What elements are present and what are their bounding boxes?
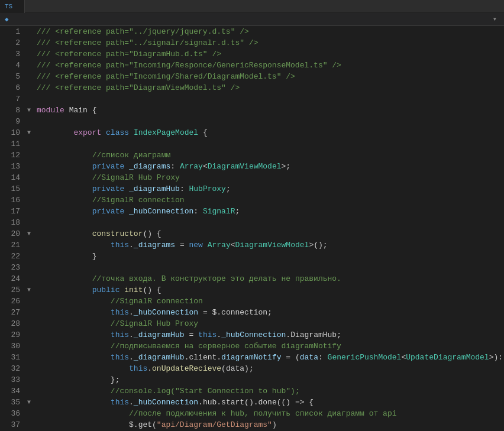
code-text: //SignalR Hub Proxy — [37, 172, 504, 183]
line-number: 4 — [0, 60, 20, 71]
fold-gutter — [25, 296, 33, 307]
code-line: //console.log("Start Connection to hub")… — [37, 385, 504, 397]
code-text: export class IndexPageModel { — [37, 127, 504, 138]
fold-gutter — [25, 93, 33, 105]
code-line: }; — [37, 374, 504, 385]
fold-gutter[interactable]: ▼ — [25, 127, 33, 138]
fold-gutter[interactable]: ▼ — [25, 105, 33, 116]
code-text: }; — [37, 374, 504, 385]
code-text: /// <reference path="Incoming/Responce/G… — [37, 60, 504, 71]
line-number: 25 — [0, 284, 20, 296]
fold-gutter — [25, 329, 33, 341]
fold-gutter[interactable]: ▼ — [25, 284, 33, 296]
fold-gutter — [25, 161, 33, 172]
line-number: 14 — [0, 172, 20, 183]
code-line: this._hubConnection = $.connection; — [37, 307, 504, 318]
line-number: 3 — [0, 48, 20, 60]
code-text: module Main { — [37, 105, 504, 116]
code-text: private _hubConnection: SignalR; — [37, 206, 504, 217]
fold-gutters: ▼▼▼▼▼▼ — [25, 26, 33, 431]
fold-gutter — [25, 150, 33, 161]
fold-gutter[interactable]: ▼ — [25, 228, 33, 239]
code-text: //SignalR connection — [37, 296, 504, 307]
code-text: private _diagrams: Array<DiagramViewMode… — [37, 161, 504, 172]
dropdown-arrow-icon[interactable]: ▾ — [493, 15, 497, 24]
code-line: this.onUpdateRecieve(data); — [37, 363, 504, 374]
line-number: 29 — [0, 329, 20, 341]
code-line: this._diagrams = new Array<DiagramViewMo… — [37, 239, 504, 251]
fold-gutter — [25, 26, 33, 37]
fold-gutter — [25, 374, 33, 385]
code-text: this.onUpdateRecieve(data); — [37, 363, 504, 374]
code-text: public init() { — [37, 284, 504, 296]
fold-gutter — [25, 172, 33, 183]
line-number: 35 — [0, 397, 20, 408]
fold-gutter — [25, 408, 33, 419]
fold-gutter — [25, 363, 33, 374]
code-text: private _diagramHub: HubProxy; — [37, 183, 504, 195]
fold-gutter — [25, 37, 33, 48]
line-number: 27 — [0, 307, 20, 318]
code-line: module Main { — [37, 105, 504, 116]
line-number: 8 — [0, 105, 20, 116]
line-number: 12 — [0, 150, 20, 161]
code-line: //SignalR connection — [37, 195, 504, 206]
fold-gutter — [25, 82, 33, 93]
code-line: this._diagramHub.client.diagramNotify = … — [37, 352, 504, 363]
line-number: 6 — [0, 82, 20, 93]
code-line — [37, 262, 504, 273]
fold-gutter — [25, 341, 33, 352]
line-number: 13 — [0, 161, 20, 172]
code-line: private _hubConnection: SignalR; — [37, 206, 504, 217]
code-line: /// <reference path="../jquery/jquery.d.… — [37, 26, 504, 37]
code-line: //список диаграмм — [37, 150, 504, 161]
code-line: private _diagramHub: HubProxy; — [37, 183, 504, 195]
code-text: //после подключения к hub, получить спис… — [37, 408, 504, 419]
fold-gutter — [25, 116, 33, 127]
line-number: 18 — [0, 217, 20, 228]
code-line: } — [37, 251, 504, 262]
line-numbers: 1234567891011121314151617182021222324252… — [0, 26, 25, 431]
code-text: //SignalR connection — [37, 195, 504, 206]
editor-area: 1234567891011121314151617182021222324252… — [0, 26, 504, 431]
line-number: 2 — [0, 37, 20, 48]
fold-gutter — [25, 138, 33, 150]
line-number: 31 — [0, 352, 20, 363]
line-number: 36 — [0, 408, 20, 419]
code-text: /// <reference path="../jquery/jquery.d.… — [37, 26, 504, 37]
code-line: $.get("api/Diagram/GetDiagrams") — [37, 419, 504, 430]
line-number: 7 — [0, 93, 20, 105]
code-line: //после подключения к hub, получить спис… — [37, 408, 504, 419]
line-number: 22 — [0, 251, 20, 262]
code-line: //точка входа. В конструкторе это делать… — [37, 273, 504, 284]
line-number: 10 — [0, 127, 20, 138]
code-line: //SignalR Hub Proxy — [37, 318, 504, 329]
fold-gutter — [25, 419, 33, 430]
code-line: this._diagramHub = this._hubConnection.D… — [37, 329, 504, 341]
fold-gutter — [25, 48, 33, 60]
fold-gutter[interactable]: ▼ — [25, 397, 33, 408]
fold-gutter — [25, 206, 33, 217]
line-number: 28 — [0, 318, 20, 329]
editor-tab[interactable]: TS — [0, 0, 25, 13]
fold-gutter — [25, 217, 33, 228]
line-number: 21 — [0, 239, 20, 251]
fold-gutter — [25, 195, 33, 206]
line-number: 15 — [0, 183, 20, 195]
code-line: /// <reference path="DiagramHub.d.ts" /> — [37, 48, 504, 60]
file-icon-small: ◆ — [5, 15, 9, 23]
code-line: //подписываемся на серверное событие dia… — [37, 341, 504, 352]
code-content[interactable]: /// <reference path="../jquery/jquery.d.… — [33, 26, 504, 431]
code-text: $.get("api/Diagram/GetDiagrams") — [37, 419, 504, 430]
ts-file-icon: TS — [5, 3, 12, 10]
code-text: //подписываемся на серверное событие dia… — [37, 341, 504, 352]
line-number: 5 — [0, 71, 20, 82]
fold-gutter — [25, 273, 33, 284]
fold-gutter — [25, 183, 33, 195]
fold-gutter — [25, 251, 33, 262]
line-number: 9 — [0, 116, 20, 127]
code-text: //SignalR Hub Proxy — [37, 318, 504, 329]
line-number: 17 — [0, 206, 20, 217]
line-number: 24 — [0, 273, 20, 284]
code-line — [37, 138, 504, 150]
